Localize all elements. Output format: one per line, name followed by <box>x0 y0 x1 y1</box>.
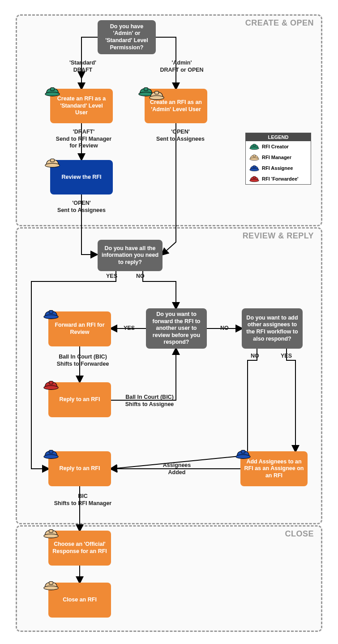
legend-item-label: RFI Manager <box>262 155 291 160</box>
node-text: Reply to an RFI <box>60 465 100 472</box>
process-review-rfi: Review the RFI <box>50 160 113 194</box>
edge-label: Ball In Court (BIC)Shifts to Assignee <box>116 394 183 408</box>
edge-label-yes: YES <box>124 325 135 332</box>
edge-label: 'Admin'DRAFT or OPEN <box>155 60 209 73</box>
edge-label-yes: YES <box>281 353 292 360</box>
legend-item: RFI Creator <box>246 141 311 152</box>
legend-item: RFI Assignee <box>246 163 311 173</box>
edge-label: 'DRAFT'Send to RFI Managerfor Review <box>48 129 120 150</box>
svg-rect-20 <box>253 144 256 146</box>
process-forward-rfi: Forward an RFI for Review <box>48 311 111 346</box>
edge-label-no: NO <box>136 273 145 280</box>
node-text: Create an RFI as an 'Admin' Level User <box>148 99 204 113</box>
edge-label: Ball In Court (BIC)Shifts to Forwardee <box>49 354 116 367</box>
process-reply-assignee: Reply to an RFI <box>48 451 111 486</box>
edge-label: 'OPEN'Sent to Assignees <box>48 200 115 214</box>
legend-item: RFI Manager <box>246 152 311 163</box>
node-text: Add Assignees to an RFI as an Assignee o… <box>244 458 304 480</box>
node-text: Do you have all the information you need… <box>101 245 159 266</box>
process-reply-forwardee: Reply to an RFI <box>48 382 111 417</box>
edge-label: 'OPEN'Sent to Assignees <box>149 129 212 143</box>
node-text: Close an RFI <box>63 596 97 604</box>
legend-box: LEGEND RFI Creator RFI Manager RFI Assig… <box>245 133 311 185</box>
decision-have-info: Do you have all the information you need… <box>98 240 163 271</box>
decision-add-assignees: Do you want to add other assignees to th… <box>242 308 303 349</box>
node-text: Create an RFI as a 'Standard' Level User <box>54 95 109 117</box>
legend-title: LEGEND <box>246 133 311 141</box>
node-text: Do you want to forward the RFI to anothe… <box>150 311 203 346</box>
process-create-admin: Create an RFI as an 'Admin' Level User <box>145 89 207 123</box>
svg-point-23 <box>250 158 259 160</box>
node-text: Do you want to add other assignees to th… <box>245 315 299 343</box>
svg-point-21 <box>250 147 259 150</box>
node-text: Forward an RFI for Review <box>52 322 107 336</box>
node-text: Choose an 'Official' Response for an RFI <box>52 541 107 555</box>
decision-forward: Do you want to forward the RFI to anothe… <box>146 308 207 349</box>
legend-item: RFI 'Forwardee' <box>246 173 311 184</box>
node-text: Do you have 'Admin' or 'Standard' Level … <box>101 23 152 52</box>
stage-label: CREATE & OPEN <box>245 18 314 28</box>
process-choose-official: Choose an 'Official' Response for an RFI <box>48 531 111 566</box>
legend-item-label: RFI Assignee <box>262 165 293 171</box>
svg-rect-26 <box>253 177 256 178</box>
process-close-rfi: Close an RFI <box>48 583 111 618</box>
svg-point-25 <box>250 169 259 171</box>
decision-permission: Do you have 'Admin' or 'Standard' Level … <box>98 20 156 54</box>
edge-label-no: NO <box>251 353 259 360</box>
edge-label-yes: YES <box>106 273 117 280</box>
process-create-standard: Create an RFI as a 'Standard' Level User <box>50 89 113 123</box>
process-add-assignees: Add Assignees to an RFI as an Assignee o… <box>240 451 308 486</box>
svg-rect-22 <box>253 155 256 157</box>
svg-rect-24 <box>253 166 256 168</box>
stage-label: CLOSE <box>285 529 314 539</box>
edge-label: 'Standard'DRAFT <box>63 60 103 73</box>
legend-item-label: RFI 'Forwardee' <box>262 176 299 182</box>
stage-label: REVIEW & REPLY <box>243 231 314 241</box>
edge-label: AssigneesAdded <box>152 462 201 476</box>
node-text: Review the RFI <box>62 174 102 181</box>
legend-item-label: RFI Creator <box>262 144 289 149</box>
node-text: Reply to an RFI <box>60 396 100 403</box>
svg-point-27 <box>250 179 259 182</box>
edge-label: BICShifts to RFI Manager <box>47 493 119 507</box>
edge-label-no: NO <box>220 325 229 332</box>
